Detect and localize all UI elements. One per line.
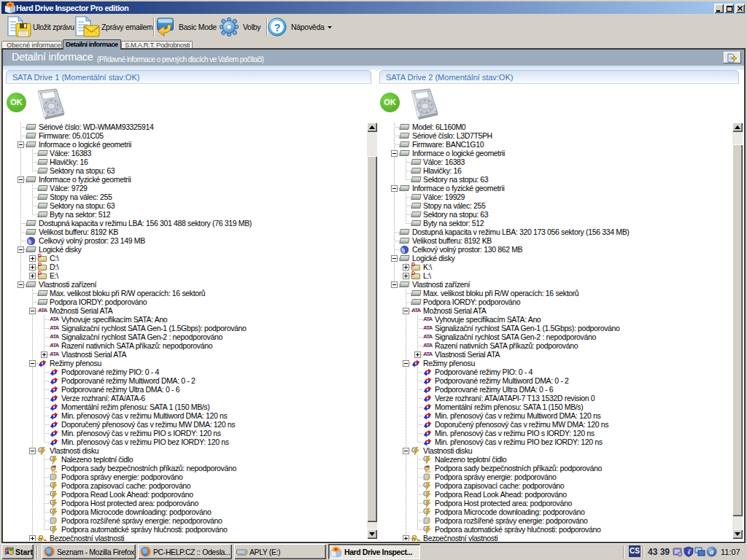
svg-text:a: a xyxy=(710,548,713,556)
svg-text:?: ? xyxy=(274,22,281,34)
